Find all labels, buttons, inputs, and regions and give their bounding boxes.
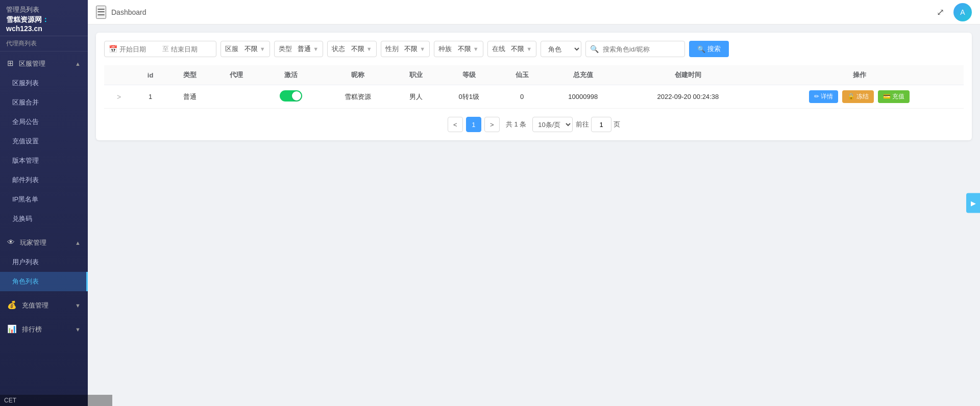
recharge-label: 充值 [892, 93, 904, 100]
gender-label: 性别 [385, 44, 399, 54]
online-arrow: ▼ [526, 46, 532, 52]
gender-arrow: ▼ [420, 46, 425, 52]
zone-arrow: ▼ [260, 46, 265, 52]
freeze-button[interactable]: 🔒 冻结 [842, 90, 874, 103]
role-select[interactable]: 角色 [541, 41, 581, 57]
goto-suffix: 页 [614, 120, 620, 129]
row-level: 0转1级 [439, 85, 499, 109]
logo-text: 雪糕资源网 [6, 15, 42, 23]
sidebar-logo: 雪糕资源网：wch123.cn [6, 15, 82, 33]
sidebar-item-global-notice[interactable]: 全局公告 [0, 112, 88, 132]
zone-filter[interactable]: 区服 不限 ▼ [220, 41, 270, 57]
status-value: 不限 [351, 44, 364, 54]
expand-arrow-icon: > [117, 93, 121, 101]
sidebar-item-zone-list[interactable]: 区服列表 [0, 73, 88, 93]
table-body: > 1 普通 雪糕资源 男人 0转1级 0 [104, 85, 964, 109]
player-chevron: ▲ [75, 240, 81, 246]
right-tab[interactable]: ▶ [966, 193, 980, 213]
online-filter[interactable]: 在线 不限 ▼ [487, 41, 537, 57]
race-arrow: ▼ [473, 46, 479, 52]
row-proxy [213, 85, 260, 109]
search-wrap: 🔍 [585, 41, 685, 57]
goto-input[interactable] [591, 117, 611, 132]
player-icon: 👁 [7, 238, 15, 246]
topbar: ☰ Dashboard ⤢ A [88, 0, 980, 24]
fullscreen-button[interactable]: ⤢ [932, 4, 948, 20]
col-expand [104, 65, 134, 85]
sidebar-header: 管理员列表 雪糕资源网：wch123.cn [0, 0, 88, 36]
detail-button[interactable]: ✏ 详情 [809, 90, 838, 103]
search-icon: 🔍 [586, 45, 603, 53]
ranking-icon: 📊 [7, 324, 17, 333]
recharge-icon: 💳 [883, 93, 891, 100]
sidebar-section-zone: ⊞ 区服管理 ▲ 区服列表 区服合并 全局公告 充值设置 版本管理 邮件列表 I… [0, 52, 88, 231]
page-size-select[interactable]: 10条/页 [532, 117, 573, 132]
sidebar-item-ip-blacklist[interactable]: IP黑名单 [0, 190, 88, 209]
recharge-mgmt-label: 充值管理 [22, 301, 48, 309]
row-jade: 0 [499, 85, 545, 109]
topbar-left: ☰ Dashboard [96, 6, 146, 19]
sidebar-section-player-header[interactable]: 👁 玩家管理 ▲ [0, 233, 88, 252]
row-total-recharge: 10000998 [545, 85, 621, 109]
data-table: id 类型 代理 激活 昵称 职业 等级 仙玉 总充值 创建时间 操作 [104, 65, 964, 109]
status-label: 状态 [332, 44, 345, 54]
start-date-input[interactable] [119, 45, 160, 53]
col-total-recharge: 总充值 [545, 65, 621, 85]
sidebar-section-ranking-header[interactable]: 📊 排行榜 ▼ [0, 319, 88, 339]
table-row: > 1 普通 雪糕资源 男人 0转1级 0 [104, 85, 964, 109]
bottom-text: CET [4, 397, 16, 404]
search-icon-btn: 🔍 [697, 45, 705, 53]
topbar-right: ⤢ A [932, 3, 972, 21]
zone-icon: ⊞ [7, 59, 14, 67]
search-input[interactable] [603, 45, 684, 53]
freeze-icon: 🔒 [847, 93, 855, 100]
menu-toggle-button[interactable]: ☰ [96, 6, 106, 19]
col-jade: 仙玉 [499, 65, 545, 85]
search-btn-label: 搜索 [707, 44, 721, 54]
gender-value: 不限 [404, 44, 418, 54]
sidebar-section-zone-header[interactable]: ⊞ 区服管理 ▲ [0, 54, 88, 73]
sidebar-item-recharge-settings[interactable]: 充值设置 [0, 132, 88, 151]
sidebar-item-zone-merge[interactable]: 区服合并 [0, 93, 88, 112]
table-header: id 类型 代理 激活 昵称 职业 等级 仙玉 总充值 创建时间 操作 [104, 65, 964, 85]
prev-page-button[interactable]: < [448, 117, 463, 132]
sidebar-item-redeem-code[interactable]: 兑换码 [0, 209, 88, 229]
avatar[interactable]: A [953, 3, 972, 21]
sidebar-item-role-list[interactable]: 角色列表 [0, 272, 88, 291]
col-type: 类型 [167, 65, 213, 85]
breadcrumb: Dashboard [111, 8, 146, 16]
type-value: 普通 [298, 44, 311, 54]
search-button[interactable]: 🔍 搜索 [689, 41, 729, 57]
type-filter[interactable]: 类型 普通 ▼ [274, 41, 324, 57]
content-area: 📅 至 区服 不限 ▼ 类型 普通 ▼ [88, 24, 980, 406]
col-proxy: 代理 [213, 65, 260, 85]
col-action: 操作 [755, 65, 964, 85]
next-page-button[interactable]: > [484, 117, 500, 132]
sidebar-section-recharge-header[interactable]: 💰 充值管理 ▼ [0, 295, 88, 315]
row-type: 普通 [167, 85, 213, 109]
status-filter[interactable]: 状态 不限 ▼ [327, 41, 377, 57]
active-toggle[interactable] [280, 90, 302, 102]
online-value: 不限 [511, 44, 524, 54]
zone-label: 区服 [225, 44, 238, 54]
sidebar-section-ranking: 📊 排行榜 ▼ [0, 317, 88, 341]
gender-filter[interactable]: 性别 不限 ▼ [381, 41, 430, 57]
sidebar: 管理员列表 雪糕资源网：wch123.cn 代理商列表 ⊞ 区服管理 ▲ 区服列… [0, 0, 88, 406]
page-1-button[interactable]: 1 [466, 117, 481, 132]
race-value: 不限 [458, 44, 471, 54]
sidebar-item-mail-list[interactable]: 邮件列表 [0, 170, 88, 190]
ranking-label: 排行榜 [22, 325, 42, 333]
logo-domain: wch123.cn [6, 24, 42, 33]
row-active [259, 85, 322, 109]
recharge-button[interactable]: 💳 充值 [878, 90, 910, 103]
row-expand[interactable]: > [104, 85, 134, 109]
goto-prefix: 前往 [576, 120, 589, 129]
sidebar-item-version-mgmt[interactable]: 版本管理 [0, 151, 88, 170]
main-area: ☰ Dashboard ⤢ A 📅 至 区服 不限 [88, 0, 980, 406]
status-arrow: ▼ [366, 46, 372, 52]
recharge-chevron: ▼ [75, 302, 81, 309]
date-range[interactable]: 📅 至 [104, 41, 216, 57]
end-date-input[interactable] [171, 45, 212, 53]
race-filter[interactable]: 种族 不限 ▼ [434, 41, 483, 57]
sidebar-item-user-list[interactable]: 用户列表 [0, 252, 88, 272]
